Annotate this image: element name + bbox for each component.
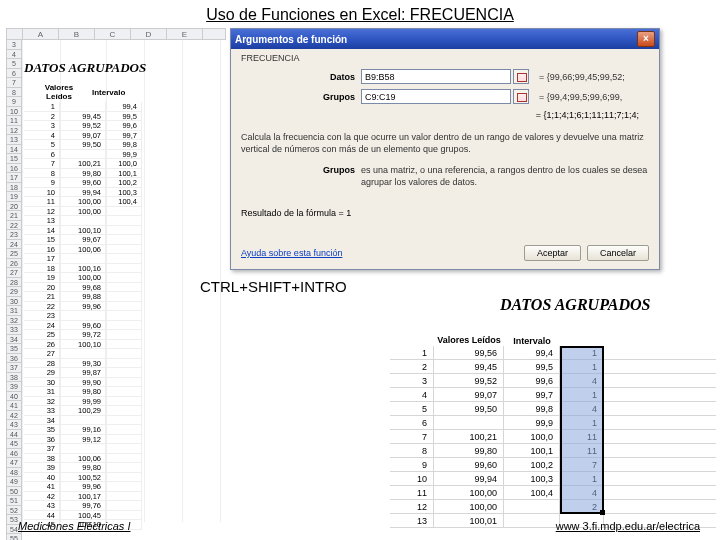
col-header[interactable]: A bbox=[23, 29, 59, 39]
range-selector-icon[interactable] bbox=[513, 69, 529, 84]
table-row[interactable]: 299,4599,5 bbox=[24, 112, 142, 122]
table-row[interactable]: 1099,94100,3 bbox=[24, 188, 142, 198]
table-row[interactable]: 2999,87 bbox=[24, 368, 142, 378]
table-row[interactable]: 18100,16 bbox=[24, 264, 142, 274]
col-header[interactable]: E bbox=[167, 29, 203, 39]
row-header[interactable]: 3 bbox=[6, 40, 22, 50]
row-header[interactable]: 5 bbox=[6, 59, 22, 69]
row-header[interactable]: 4 bbox=[6, 50, 22, 60]
row-header[interactable]: 35 bbox=[6, 344, 22, 354]
row-header[interactable]: 30 bbox=[6, 297, 22, 307]
table-row[interactable]: 2199,88 bbox=[24, 292, 142, 302]
col-header[interactable]: B bbox=[59, 29, 95, 39]
row-header[interactable]: 50 bbox=[6, 487, 22, 497]
help-link[interactable]: Ayuda sobre esta función bbox=[241, 248, 342, 258]
table-row[interactable]: 27 bbox=[24, 349, 142, 359]
row-header[interactable]: 44 bbox=[6, 430, 22, 440]
table-row[interactable]: 599,5099,8 bbox=[24, 140, 142, 150]
row-header[interactable]: 49 bbox=[6, 477, 22, 487]
row-header[interactable]: 45 bbox=[6, 439, 22, 449]
row-header[interactable]: 11 bbox=[6, 116, 22, 126]
table-row[interactable]: 12100,00 bbox=[24, 207, 142, 217]
table-row[interactable]: 199,5699,41 bbox=[390, 346, 716, 360]
table-row[interactable]: 44100,45 bbox=[24, 511, 142, 521]
table-row[interactable]: 3999,80 bbox=[24, 463, 142, 473]
table-row[interactable]: 1099,94100,31 bbox=[390, 472, 716, 486]
row-header[interactable]: 16 bbox=[6, 164, 22, 174]
table-row[interactable]: 3099,90 bbox=[24, 378, 142, 388]
row-header[interactable]: 12 bbox=[6, 126, 22, 136]
row-header[interactable]: 27 bbox=[6, 268, 22, 278]
row-header[interactable]: 40 bbox=[6, 392, 22, 402]
table-row[interactable]: 199,4 bbox=[24, 102, 142, 112]
col-header[interactable]: C bbox=[95, 29, 131, 39]
table-row[interactable]: 7100,21100,011 bbox=[390, 430, 716, 444]
table-row[interactable]: 2099,68 bbox=[24, 283, 142, 293]
table-row[interactable]: 899,80100,1 bbox=[24, 169, 142, 179]
row-header[interactable]: 36 bbox=[6, 354, 22, 364]
row-header[interactable]: 22 bbox=[6, 221, 22, 231]
table-row[interactable]: 4199,96 bbox=[24, 482, 142, 492]
row-header[interactable]: 31 bbox=[6, 306, 22, 316]
row-header[interactable]: 37 bbox=[6, 363, 22, 373]
row-header[interactable]: 48 bbox=[6, 468, 22, 478]
table-row[interactable]: 40100,52 bbox=[24, 473, 142, 483]
data-table-right[interactable]: 199,5699,41299,4599,51399,5299,64499,079… bbox=[390, 346, 716, 528]
table-row[interactable]: 38100,06 bbox=[24, 454, 142, 464]
table-row[interactable]: 699,91 bbox=[390, 416, 716, 430]
table-row[interactable]: 599,5099,84 bbox=[390, 402, 716, 416]
table-row[interactable]: 499,0799,71 bbox=[390, 388, 716, 402]
arg-input-datos[interactable] bbox=[361, 69, 511, 84]
arg-input-grupos[interactable] bbox=[361, 89, 511, 104]
row-header[interactable]: 8 bbox=[6, 88, 22, 98]
row-header[interactable]: 10 bbox=[6, 107, 22, 117]
row-header[interactable]: 9 bbox=[6, 97, 22, 107]
table-row[interactable]: 3699,12 bbox=[24, 435, 142, 445]
table-row[interactable]: 17 bbox=[24, 254, 142, 264]
table-row[interactable]: 19100,00 bbox=[24, 273, 142, 283]
row-header[interactable]: 18 bbox=[6, 183, 22, 193]
row-header[interactable]: 17 bbox=[6, 173, 22, 183]
ok-button[interactable]: Aceptar bbox=[524, 245, 581, 261]
row-header[interactable]: 15 bbox=[6, 154, 22, 164]
row-header[interactable]: 29 bbox=[6, 287, 22, 297]
row-header[interactable]: 24 bbox=[6, 240, 22, 250]
table-row[interactable]: 2499,60 bbox=[24, 321, 142, 331]
table-row[interactable]: 999,60100,2 bbox=[24, 178, 142, 188]
row-header[interactable]: 28 bbox=[6, 278, 22, 288]
row-header[interactable]: 43 bbox=[6, 420, 22, 430]
table-row[interactable]: 33100,29 bbox=[24, 406, 142, 416]
table-row[interactable]: 3299,99 bbox=[24, 397, 142, 407]
data-table-left[interactable]: 199,4299,4599,5399,5299,6499,0799,7599,5… bbox=[24, 102, 142, 530]
table-row[interactable]: 2299,96 bbox=[24, 302, 142, 312]
table-row[interactable]: 2899,30 bbox=[24, 359, 142, 369]
table-row[interactable]: 14100,10 bbox=[24, 226, 142, 236]
table-row[interactable]: 42100,17 bbox=[24, 492, 142, 502]
table-row[interactable]: 12100,002 bbox=[390, 500, 716, 514]
dialog-titlebar[interactable]: Argumentos de función × bbox=[231, 29, 659, 49]
row-header[interactable]: 34 bbox=[6, 335, 22, 345]
row-header[interactable]: 14 bbox=[6, 145, 22, 155]
table-row[interactable]: 11100,00100,44 bbox=[390, 486, 716, 500]
table-row[interactable]: 2599,72 bbox=[24, 330, 142, 340]
table-row[interactable]: 299,4599,51 bbox=[390, 360, 716, 374]
table-row[interactable]: 1599,67 bbox=[24, 235, 142, 245]
row-header[interactable]: 39 bbox=[6, 382, 22, 392]
table-row[interactable]: 23 bbox=[24, 311, 142, 321]
row-header[interactable]: 13 bbox=[6, 135, 22, 145]
table-row[interactable]: 26100,10 bbox=[24, 340, 142, 350]
row-header[interactable]: 47 bbox=[6, 458, 22, 468]
table-row[interactable]: 13 bbox=[24, 216, 142, 226]
table-row[interactable]: 16100,06 bbox=[24, 245, 142, 255]
table-row[interactable]: 4399,76 bbox=[24, 501, 142, 511]
table-row[interactable]: 11100,00100,4 bbox=[24, 197, 142, 207]
row-header[interactable]: 55 bbox=[6, 534, 22, 540]
table-row[interactable]: 3599,16 bbox=[24, 425, 142, 435]
row-header[interactable]: 20 bbox=[6, 202, 22, 212]
row-header[interactable]: 32 bbox=[6, 316, 22, 326]
table-row[interactable]: 899,80100,111 bbox=[390, 444, 716, 458]
table-row[interactable]: 399,5299,6 bbox=[24, 121, 142, 131]
table-row[interactable]: 7100,21100,0 bbox=[24, 159, 142, 169]
table-row[interactable]: 499,0799,7 bbox=[24, 131, 142, 141]
col-header[interactable]: D bbox=[131, 29, 167, 39]
